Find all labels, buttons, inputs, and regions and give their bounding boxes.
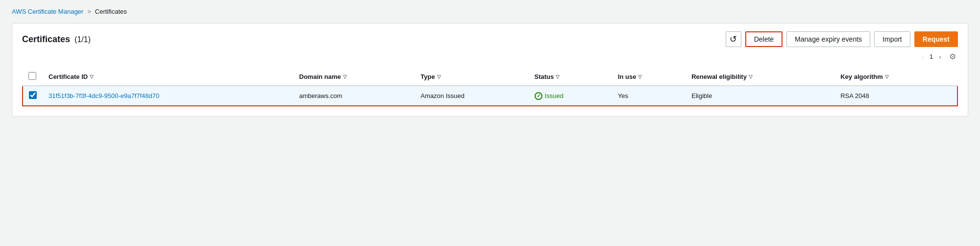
col-cert-id-sort-icon[interactable]: ▽ — [90, 74, 94, 79]
panel-title: Certificates (1/1) — [22, 34, 91, 44]
col-key-algo: Key algorithm ▽ — [834, 68, 957, 86]
row-key-algo-cell: RSA 2048 — [834, 86, 957, 106]
key-algo-value: RSA 2048 — [840, 92, 869, 99]
breadcrumb-current: Certificates — [95, 8, 127, 15]
request-button[interactable]: Request — [914, 31, 958, 47]
type-value: Amazon Issued — [420, 92, 465, 99]
breadcrumb-separator: > — [87, 8, 91, 15]
col-type-sort-icon[interactable]: ▽ — [437, 74, 441, 79]
col-domain-name-sort-icon[interactable]: ▽ — [343, 74, 347, 79]
prev-page-button[interactable]: ‹ — [919, 52, 926, 62]
status-value: Issued — [545, 92, 564, 99]
breadcrumb-parent-link[interactable]: AWS Certificate Manager — [12, 8, 83, 15]
certificates-table: Certificate ID ▽ Domain name ▽ Type — [22, 68, 958, 106]
pagination-row: ‹ 1 › ⚙ — [22, 51, 958, 62]
refresh-icon: ↻ — [730, 34, 737, 45]
col-in-use: In use ▽ — [612, 68, 686, 86]
refresh-button[interactable]: ↻ — [726, 31, 741, 47]
col-renewal-sort-icon[interactable]: ▽ — [749, 74, 753, 79]
row-type-cell: Amazon Issued — [415, 86, 528, 106]
panel-title-area: Certificates (1/1) — [22, 34, 91, 45]
col-domain-name: Domain name ▽ — [294, 68, 415, 86]
select-all-header[interactable] — [23, 68, 43, 86]
manage-expiry-button[interactable]: Manage expiry events — [786, 31, 870, 47]
status-issued-badge: ✓ Issued — [535, 92, 606, 100]
select-all-checkbox[interactable] — [28, 72, 36, 80]
panel-header: Certificates (1/1) ↻ Delete Manage expir… — [22, 31, 958, 47]
panel-title-text: Certificates — [22, 34, 70, 44]
row-cert-id-cell: 31f51f3b-7f3f-4dc9-9500-e9a7f7f48d70 — [43, 86, 294, 106]
col-type: Type ▽ — [415, 68, 528, 86]
col-cert-id-label: Certificate ID — [49, 73, 88, 80]
page-number: 1 — [930, 53, 933, 60]
row-domain-name-cell: amberaws.com — [294, 86, 415, 106]
col-status-sort-icon[interactable]: ▽ — [556, 74, 560, 79]
cert-id-link[interactable]: 31f51f3b-7f3f-4dc9-9500-e9a7f7f48d70 — [49, 92, 159, 99]
certificates-panel: Certificates (1/1) ↻ Delete Manage expir… — [12, 23, 968, 117]
table-header-row: Certificate ID ▽ Domain name ▽ Type — [23, 68, 957, 86]
row-in-use-cell: Yes — [612, 86, 686, 106]
row-checkbox-cell[interactable] — [23, 86, 43, 106]
row-checkbox[interactable] — [29, 91, 37, 99]
table-settings-button[interactable]: ⚙ — [947, 51, 958, 62]
col-in-use-sort-icon[interactable]: ▽ — [638, 74, 642, 79]
col-renewal-label: Renewal eligibility — [691, 73, 747, 80]
import-button[interactable]: Import — [874, 31, 910, 47]
col-type-label: Type — [420, 73, 435, 80]
domain-name-value: amberaws.com — [299, 92, 343, 99]
col-status: Status ▽ — [529, 68, 612, 86]
col-cert-id: Certificate ID ▽ — [43, 68, 294, 86]
col-key-algo-sort-icon[interactable]: ▽ — [885, 74, 889, 79]
table-row: 31f51f3b-7f3f-4dc9-9500-e9a7f7f48d70 amb… — [23, 86, 957, 106]
status-check-icon: ✓ — [535, 92, 542, 100]
renewal-value: Eligible — [691, 92, 712, 99]
delete-button[interactable]: Delete — [745, 31, 783, 47]
panel-count: (1/1) — [74, 35, 91, 44]
in-use-value: Yes — [618, 92, 628, 99]
breadcrumb: AWS Certificate Manager > Certificates — [12, 8, 968, 15]
row-renewal-cell: Eligible — [686, 86, 834, 106]
col-in-use-label: In use — [618, 73, 637, 80]
next-page-button[interactable]: › — [937, 52, 943, 62]
col-domain-name-label: Domain name — [299, 73, 341, 80]
col-key-algo-label: Key algorithm — [840, 73, 883, 80]
col-renewal: Renewal eligibility ▽ — [686, 68, 834, 86]
col-status-label: Status — [535, 73, 554, 80]
row-status-cell: ✓ Issued — [529, 86, 612, 106]
toolbar: ↻ Delete Manage expiry events Import Req… — [726, 31, 958, 47]
